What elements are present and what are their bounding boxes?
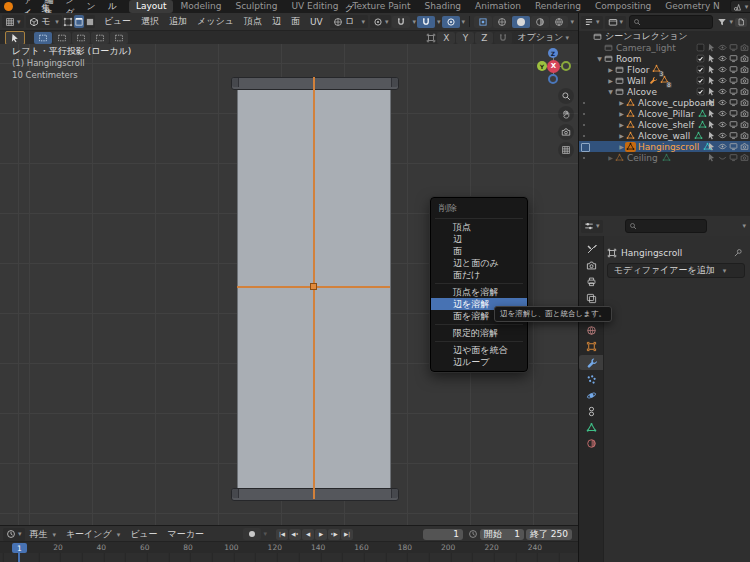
gizmo-x-axis[interactable]: X [547,60,560,73]
properties-search[interactable] [625,219,707,233]
scroll-bottom-roller-mesh[interactable] [231,488,399,501]
menu-item-2[interactable]: 面 [431,245,527,257]
snap-toggle-button[interactable] [392,16,410,28]
render-disable-icon[interactable] [740,120,750,129]
snap-target-button[interactable] [417,16,435,28]
exclude-checkbox-checked[interactable] [696,65,707,74]
gizmo-z-neg-axis[interactable] [548,74,558,84]
snapping-options-icon[interactable] [494,32,512,44]
visibility-eye-icon[interactable] [718,109,729,118]
selectable-toggle-icon[interactable] [707,153,718,162]
select-subtract-button[interactable] [72,32,90,44]
workspace-tab-compositing[interactable]: Compositing [588,0,658,13]
auto-keying-button[interactable] [243,528,261,540]
visibility-eye-icon[interactable] [718,54,729,63]
timeline-menu-3[interactable]: マーカー [163,528,209,541]
expand-arrow[interactable]: ▶ [607,154,614,161]
select-mode-edge-button[interactable] [74,15,84,28]
outliner-row-alcove-pillar[interactable]: ▶Alcove_Pillar [579,108,750,119]
next-keyframe-button[interactable]: •▶ [328,529,340,540]
viewport-disable-icon[interactable] [729,65,740,74]
outliner-item-label[interactable]: Alcove_Pillar [638,109,694,119]
viewport-menu-2[interactable]: 追加 [164,15,192,28]
frame-start-field[interactable]: 開始1 [480,529,524,540]
properties-tab-object-data[interactable] [579,420,603,435]
breadcrumb-object-name[interactable]: Hangingscroll [621,248,682,258]
keying-dropdown[interactable]: ▾ [263,530,267,538]
selectable-toggle-icon[interactable] [707,43,718,52]
outliner-item-label[interactable]: Alcove [627,87,657,97]
proportional-edit-button[interactable] [442,16,460,28]
visibility-eye-icon[interactable] [718,131,729,140]
active-tool-button[interactable] [5,31,25,45]
selectable-toggle-icon[interactable] [707,76,718,85]
select-invert-button[interactable] [91,32,109,44]
viewport-disable-icon[interactable] [729,87,740,96]
scroll-top-roller-mesh[interactable] [231,77,399,90]
jump-to-start-button[interactable]: |◀ [276,529,288,540]
visibility-eye-icon[interactable] [718,153,729,162]
properties-tab-constraints[interactable] [579,404,603,419]
properties-options-dropdown[interactable]: ▾ [742,222,746,230]
playhead[interactable] [18,553,20,562]
outliner-row-alcove-wall[interactable]: ▶Alcove_wall [579,130,750,141]
properties-tab-material[interactable] [579,436,603,451]
menu-item-13[interactable]: 辺ループ [431,356,527,368]
outliner-row-alcove[interactable]: ▼Alcove [579,86,750,97]
outliner-row-wall[interactable]: ▶Wall8 [579,75,750,86]
exclude-checkbox-checked[interactable] [696,54,707,63]
menu-item-6[interactable]: 頂点を溶解 [431,286,527,298]
expand-arrow[interactable]: ▼ [607,88,614,95]
timeline-menu-0[interactable]: 再生 ▾ [25,528,61,541]
viewport-menu-0[interactable]: ビュー [99,15,136,28]
snap-dropdown[interactable]: ▾ [412,18,416,26]
visibility-eye-icon[interactable] [718,142,729,151]
selectable-toggle-icon[interactable] [707,87,718,96]
pivot-point-dropdown[interactable]: ▾ [370,15,392,28]
render-disable-icon[interactable] [740,153,750,162]
viewport-menu-1[interactable]: 選択 [136,15,164,28]
shading-wireframe-button[interactable] [493,16,511,28]
gizmo-y-neg-axis[interactable] [561,61,571,71]
viewport-menu-4[interactable]: 頂点 [239,15,267,28]
viewport-disable-icon[interactable] [729,54,740,63]
visibility-eye-icon[interactable] [718,76,729,85]
editor-type-button[interactable]: ▾ [2,15,24,28]
render-disable-icon[interactable] [740,109,750,118]
shading-material-button[interactable] [531,16,549,28]
viewport-disable-icon[interactable] [729,98,740,107]
properties-search-input[interactable] [637,221,703,231]
outliner-collection-button[interactable]: ▾ [605,16,627,29]
outliner-search-input[interactable] [641,17,709,27]
play-button[interactable]: ▶ [315,529,327,540]
exclude-checkbox-checked[interactable] [696,87,707,96]
expand-arrow[interactable]: ▶ [618,121,625,128]
select-mode-vertex-button[interactable] [63,15,73,28]
render-disable-icon[interactable] [740,142,750,151]
pan-hand-icon[interactable] [558,106,574,122]
navigation-gizmo[interactable]: Z Y X [537,48,571,86]
viewport-menu-6[interactable]: 面 [286,15,305,28]
menu-item-10[interactable]: 限定的溶解 [431,327,527,339]
exclude-checkbox-unchecked[interactable] [696,43,707,52]
visibility-eye-icon[interactable] [718,87,729,96]
exclude-checkbox-checked[interactable] [696,76,707,85]
render-disable-icon[interactable] [740,76,750,85]
properties-tab-render[interactable] [579,258,603,273]
properties-tab-physics[interactable] [579,388,603,403]
viewport-disable-icon[interactable] [729,142,740,151]
render-disable-icon[interactable] [740,43,750,52]
prev-keyframe-button[interactable]: ◀• [289,529,301,540]
timeline-menu-1[interactable]: キーイング ▾ [61,528,125,541]
expand-arrow[interactable]: ▶ [607,66,614,73]
outliner-row-alcove-cupboard[interactable]: ▶Alcove_cupboard [579,97,750,108]
properties-tab-tool[interactable] [579,242,603,257]
outliner-item-label[interactable]: Ceiling [627,153,658,163]
selectable-toggle-icon[interactable] [707,120,718,129]
menu-item-12[interactable]: 辺や面を統合 [431,344,527,356]
current-frame-field[interactable]: 1 [423,529,463,540]
outliner-row--[interactable]: シーンコレクション [579,31,750,42]
outliner-item-label[interactable]: Alcove_wall [638,131,690,141]
outliner-display-mode-button[interactable]: ▾ [581,16,603,29]
visibility-eye-icon[interactable] [718,120,729,129]
